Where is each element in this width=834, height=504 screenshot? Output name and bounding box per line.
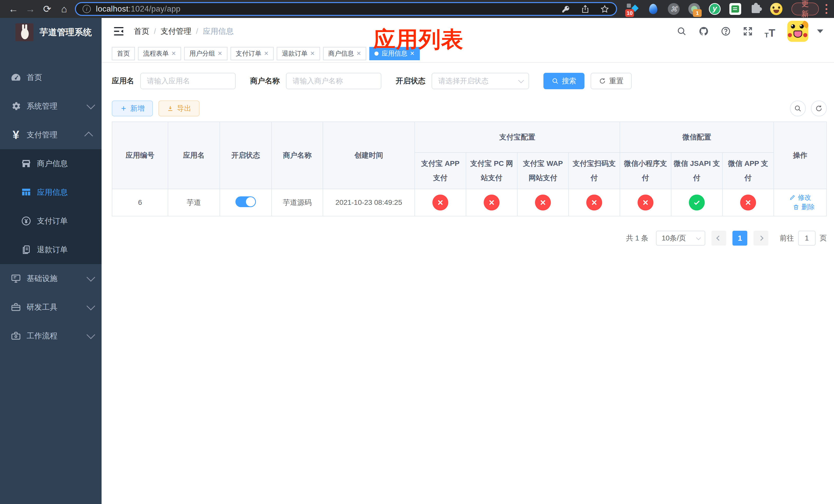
tags-view-bar: 首页 流程表单✕ 用户分组✕ 支付订单✕ 退款订单✕ 商户信息✕ 应用信息✕: [102, 45, 834, 63]
close-icon[interactable]: ✕: [264, 50, 268, 57]
page-size-select[interactable]: 10条/页: [656, 231, 705, 246]
home-icon[interactable]: ⌂: [58, 2, 71, 16]
key-icon[interactable]: [561, 4, 570, 14]
add-button[interactable]: 新增: [112, 100, 153, 116]
app-title: 芋道管理系统: [40, 26, 92, 38]
col-merchant-name: 商户名称: [271, 122, 323, 189]
magnifier-icon: [794, 105, 802, 112]
sidebar-item-label: 应用信息: [37, 187, 68, 198]
monitor-icon: [10, 272, 22, 284]
tab-app-info[interactable]: 应用信息✕: [369, 47, 420, 60]
app-name-input[interactable]: [140, 73, 236, 89]
back-icon[interactable]: ←: [7, 2, 20, 16]
breadcrumb-section[interactable]: 支付管理: [160, 26, 191, 37]
command-extension-icon[interactable]: [667, 3, 680, 15]
status-toggle[interactable]: [236, 197, 256, 207]
open-status-select[interactable]: 请选择开启状态: [432, 73, 529, 89]
sidebar-item-merchant-info[interactable]: 商户信息: [0, 149, 102, 178]
chat-extension-icon[interactable]: [729, 3, 742, 15]
navbar-actions: TT: [675, 21, 823, 42]
sidebar-item-home[interactable]: 首页: [0, 63, 102, 92]
top-navbar: 首页 / 支付管理 / 应用信息 TT: [102, 18, 834, 45]
page-suffix-label: 页: [820, 233, 827, 243]
col-alipay-pc: 支付宝 PC 网站支付: [466, 153, 517, 189]
close-icon[interactable]: ✕: [410, 50, 414, 57]
sidebar-item-refund-order[interactable]: 退款订单: [0, 235, 102, 264]
browser-toolbar: ← → ⟳ ⌂ i localhost:1024/pay/app 10 1 更新: [0, 0, 834, 18]
yen-icon: ¥: [10, 129, 22, 141]
cross-icon: [539, 199, 547, 207]
share-icon[interactable]: [580, 4, 590, 14]
address-bar[interactable]: i localhost:1024/pay/app: [75, 2, 617, 16]
sidebar-logo[interactable]: 芋道管理系统: [0, 18, 102, 47]
cell-app-name: 芋道: [168, 189, 220, 216]
star-icon[interactable]: [600, 4, 609, 14]
merchant-name-input[interactable]: [286, 73, 381, 89]
sidebar-item-label: 基础设施: [27, 273, 58, 284]
prev-page-button[interactable]: [711, 231, 726, 246]
forward-icon[interactable]: →: [24, 2, 37, 16]
sidebar-item-dev-tools[interactable]: 研发工具: [0, 293, 102, 321]
refresh-table-button[interactable]: [811, 100, 827, 116]
sidebar-item-pay-order[interactable]: 支付订单: [0, 207, 102, 235]
browser-menu-icon[interactable]: [826, 4, 828, 14]
export-button[interactable]: 导出: [158, 100, 199, 116]
sidebar-item-system[interactable]: 系统管理: [0, 92, 102, 120]
breadcrumb-home[interactable]: 首页: [134, 26, 149, 37]
github-icon[interactable]: [697, 24, 711, 39]
user-avatar[interactable]: [787, 21, 808, 42]
caret-down-icon[interactable]: [817, 29, 823, 33]
browser-nav-icons: ← → ⟳ ⌂: [7, 2, 71, 16]
cross-icon: [436, 199, 444, 207]
download-icon: [167, 105, 174, 112]
tab-pay-order[interactable]: 支付订单✕: [231, 47, 273, 60]
sidebar-item-label: 工作流程: [27, 331, 58, 341]
close-icon[interactable]: ✕: [356, 50, 361, 57]
col-wx-jsapi: 微信 JSAPI 支付: [671, 153, 722, 189]
edit-link[interactable]: 修改: [789, 193, 811, 202]
close-icon[interactable]: ✕: [218, 50, 222, 57]
reset-button[interactable]: 重置: [591, 73, 632, 89]
tab-refund-order[interactable]: 退款订单✕: [277, 47, 320, 60]
sidebar-item-infrastructure[interactable]: 基础设施: [0, 264, 102, 293]
pin-extension-icon[interactable]: 10: [626, 3, 639, 15]
update-button[interactable]: 更新: [791, 3, 819, 15]
gem-extension-icon[interactable]: [647, 3, 660, 15]
cell-actions: 修改 删除: [774, 189, 827, 216]
help-icon[interactable]: [719, 24, 733, 39]
cast-extension-icon[interactable]: 1: [688, 3, 701, 15]
sidebar-item-label: 首页: [27, 72, 42, 83]
url-text[interactable]: localhost:1024/pay/app: [96, 4, 561, 14]
puzzle-icon[interactable]: [749, 3, 762, 15]
toggle-search-button[interactable]: [790, 100, 806, 116]
y-extension-icon[interactable]: [708, 3, 721, 15]
page-button-1[interactable]: 1: [732, 231, 747, 246]
tab-user-group[interactable]: 用户分组✕: [184, 47, 227, 60]
sidebar-item-label: 支付订单: [37, 216, 68, 226]
font-size-icon[interactable]: TT: [763, 24, 777, 39]
tab-merchant-info[interactable]: 商户信息✕: [323, 47, 366, 60]
sidebar-item-payment[interactable]: ¥ 支付管理: [0, 120, 102, 149]
goto-page-input[interactable]: [798, 231, 815, 246]
sidebar-item-app-info[interactable]: 应用信息: [0, 178, 102, 207]
tab-process-form[interactable]: 流程表单✕: [138, 47, 181, 60]
reload-icon[interactable]: ⟳: [41, 2, 54, 16]
app-table: 应用编号 应用名 开启状态 商户名称 创建时间 支付宝配置 微信配置 操作 支付…: [112, 121, 827, 216]
close-icon[interactable]: ✕: [310, 50, 315, 57]
browser-profile-avatar[interactable]: [770, 3, 783, 15]
document-icon: [20, 244, 32, 256]
breadcrumb: 首页 / 支付管理 / 应用信息: [134, 26, 234, 37]
info-icon[interactable]: i: [83, 5, 91, 13]
search-icon[interactable]: [675, 24, 689, 39]
hamburger-icon[interactable]: [113, 26, 125, 37]
dashboard-icon: [10, 71, 22, 84]
payment-submenu: 商户信息 应用信息 支付订单 退款订单: [0, 149, 102, 264]
delete-link[interactable]: 删除: [793, 203, 815, 211]
next-page-button[interactable]: [753, 231, 768, 246]
tab-home[interactable]: 首页: [112, 47, 135, 60]
search-button[interactable]: 搜索: [544, 73, 585, 89]
fullscreen-icon[interactable]: [741, 24, 755, 39]
close-icon[interactable]: ✕: [171, 50, 176, 57]
col-wx-app: 微信 APP 支付: [722, 153, 774, 189]
sidebar-item-workflow[interactable]: 工作流程: [0, 321, 102, 350]
